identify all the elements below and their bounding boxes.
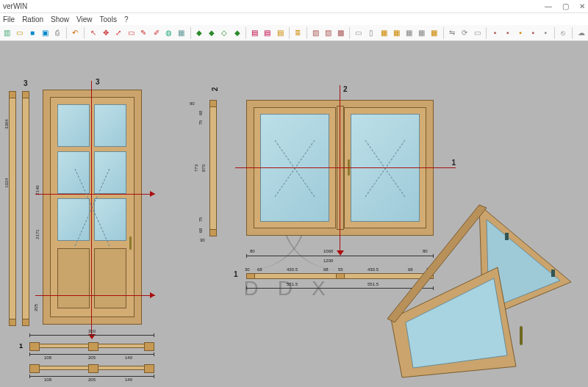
profile-strip-2 (22, 91, 29, 326)
dim-wh1: 1060 (323, 249, 333, 253)
toolbar-pick2-icon[interactable]: ✐ (151, 27, 162, 39)
toolbar-c2-icon[interactable]: ▪ (502, 27, 513, 39)
svg-rect-6 (551, 270, 555, 277)
menu-ration[interactable]: Ration (22, 15, 43, 23)
toolbar-separator (190, 27, 191, 39)
toolbar-grid2-icon[interactable]: ▦ (391, 27, 402, 39)
toolbar-doc1-icon[interactable]: ▤ (249, 27, 260, 39)
toolbar-link-icon[interactable]: ⎋ (558, 27, 569, 39)
svg-rect-7 (505, 233, 509, 240)
toolbar-win-icon[interactable]: ▯ (365, 27, 376, 39)
toolbar-doc3-icon[interactable]: ▤ (275, 27, 286, 39)
toolbar-pick-icon[interactable]: ✎ (138, 27, 149, 39)
toolbar-b3-icon[interactable]: ▩ (335, 27, 346, 39)
dim-wb0: 551.5 (287, 282, 298, 286)
menu-help[interactable]: ? (124, 15, 129, 23)
toolbar-flip-icon[interactable]: ⇋ (447, 27, 458, 39)
menubar: File Ration Show View Tools ? (0, 13, 588, 25)
toolbar-shield2-icon[interactable]: ◆ (207, 27, 218, 39)
close-button[interactable]: ✕ (579, 2, 585, 10)
minimize-button[interactable]: — (545, 2, 552, 10)
toolbar: ▥▭■▣⎙↶↖✥⤢▭✎✐◍▦◆◆◇◆▤▤▤≣▧▨▩▭▯▦▦▦▦▦⇋⟳▭▪▪▪▪▪… (0, 25, 588, 41)
toolbar-b2-icon[interactable]: ▨ (323, 27, 334, 39)
dim-wm0: 30 (245, 267, 250, 272)
axis-3-left: 3 (24, 79, 28, 87)
mini1-s2: 140 (125, 355, 132, 360)
menu-show[interactable]: Show (51, 15, 69, 23)
maximize-button[interactable]: ▢ (562, 2, 569, 10)
axis-1-window: 1 (451, 159, 456, 167)
menu-file[interactable]: File (3, 15, 15, 23)
toolbar-zoom-icon[interactable]: ⤢ (112, 27, 123, 39)
axis-3-door: 3 (96, 78, 100, 86)
toolbar-pan-icon[interactable]: ✥ (100, 27, 111, 39)
viewport[interactable]: DDX 3 3364 1624 2149 2171 205 3 (0, 41, 588, 387)
dim-wm4: 55 (338, 267, 343, 272)
profile-strip-1 (9, 91, 16, 326)
door-elevation: 3 (43, 90, 142, 325)
toolbar-globe-icon[interactable]: ◍ (163, 27, 174, 39)
dim-l-1: 1624 (4, 178, 9, 187)
dim-l-4: 205 (34, 304, 38, 311)
app-title: verWIN (3, 2, 27, 10)
dim-l-0: 3364 (4, 119, 9, 129)
toolbar-separator (66, 27, 67, 39)
toolbar-rot-icon[interactable]: ⟳ (459, 27, 470, 39)
dim-wh0: 80 (250, 249, 255, 253)
dim-wv-5: 75 (198, 217, 203, 223)
toolbar-box-icon[interactable]: ▦ (176, 27, 187, 39)
toolbar-wall-icon[interactable]: ▭ (353, 27, 364, 39)
toolbar-grid3-icon[interactable]: ▦ (404, 27, 415, 39)
toolbar-pointer-icon[interactable]: ↖ (87, 27, 98, 39)
toolbar-print-icon[interactable]: ⎙ (52, 27, 63, 39)
dim-wv-4: 870 (201, 164, 206, 172)
toolbar-doc2-icon[interactable]: ▤ (262, 27, 273, 39)
toolbar-c3-icon[interactable]: ▪ (514, 27, 526, 39)
toolbar-separator (486, 27, 487, 39)
dim-wm1: 68 (257, 267, 262, 272)
toolbar-measure-icon[interactable]: ▭ (126, 27, 137, 39)
toolbar-shield1-icon[interactable]: ◆ (193, 27, 204, 39)
toolbar-separator (443, 27, 444, 39)
dim-wm2: 430.5 (287, 267, 298, 272)
toolbar-ruler-icon[interactable]: ▭ (472, 27, 483, 39)
toolbar-shield3-icon[interactable]: ◇ (219, 27, 230, 39)
toolbar-cloud-icon[interactable]: ☁ (576, 27, 587, 39)
mini1b-s2: 140 (125, 377, 132, 382)
dim-wv-1: 68 (198, 111, 203, 116)
axis-2-window: 2 (343, 85, 348, 93)
dim-wv-2: 75 (198, 120, 203, 126)
toolbar-new-icon[interactable]: ▥ (1, 27, 12, 39)
axis-2-profile: 2 (211, 87, 219, 92)
dim-wh2: 1200 (323, 258, 333, 263)
mini1b-s0: 108 (44, 377, 51, 382)
menu-tools[interactable]: Tools (100, 15, 117, 23)
svg-rect-5 (520, 326, 523, 345)
toolbar-grid1-icon[interactable]: ▦ (379, 27, 390, 39)
toolbar-separator (572, 27, 573, 39)
toolbar-grid5-icon[interactable]: ▦ (429, 27, 440, 39)
toolbar-separator (245, 27, 246, 39)
menu-view[interactable]: View (76, 15, 93, 23)
toolbar-b1-icon[interactable]: ▧ (310, 27, 321, 39)
toolbar-separator (84, 27, 85, 39)
toolbar-shield4-icon[interactable]: ◆ (232, 27, 243, 39)
dim-wv-3: 773 (194, 164, 198, 172)
toolbar-separator (554, 27, 555, 39)
toolbar-undo-icon[interactable]: ↶ (70, 27, 81, 39)
mini1b-s1: 205 (88, 377, 96, 382)
window-3d (369, 198, 582, 381)
toolbar-c1-icon[interactable]: ▪ (490, 27, 501, 39)
axis-1-profile: 1 (234, 270, 238, 278)
toolbar-open-icon[interactable]: ▭ (14, 27, 25, 39)
toolbar-save-icon[interactable]: ■ (26, 27, 37, 39)
dim-wv-6: 68 (198, 228, 203, 234)
toolbar-save-as-icon[interactable]: ▣ (40, 27, 51, 39)
dim-wv-7: 30 (200, 238, 205, 242)
toolbar-grid4-icon[interactable]: ▦ (416, 27, 427, 39)
mini1-s1: 205 (88, 355, 96, 360)
toolbar-c5-icon[interactable]: ▪ (540, 27, 551, 39)
toolbar-c4-icon[interactable]: ▪ (528, 27, 539, 39)
toolbar-separator (289, 27, 290, 39)
toolbar-layers-icon[interactable]: ≣ (293, 27, 304, 39)
